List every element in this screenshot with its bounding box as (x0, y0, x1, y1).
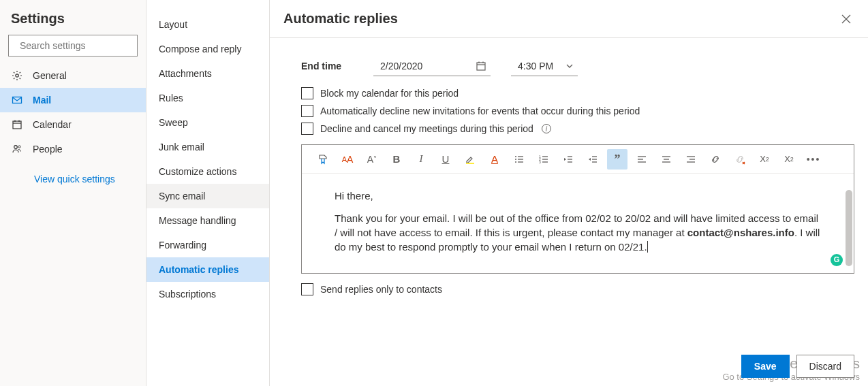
nav-label: Junk email (159, 142, 204, 152)
view-quick-settings-link[interactable]: View quick settings (0, 161, 146, 184)
editor-email: contact@nshares.info (687, 227, 794, 238)
category-mail[interactable]: Mail (0, 88, 146, 112)
number-list-button[interactable]: 123 (533, 149, 554, 170)
nav-forwarding[interactable]: Forwarding (146, 233, 269, 257)
save-button-label: Save (754, 361, 777, 372)
subscript-button[interactable]: X2 (779, 149, 799, 170)
nav-subscriptions[interactable]: Subscriptions (146, 282, 269, 306)
svg-rect-16 (466, 163, 474, 164)
people-icon (11, 144, 23, 155)
decline-new-checkbox[interactable] (301, 105, 313, 117)
nav-attachments[interactable]: Attachments (146, 61, 269, 86)
discard-button-label: Discard (809, 361, 841, 372)
italic-button[interactable]: I (411, 149, 431, 170)
gear-icon (11, 70, 23, 81)
svg-point-18 (515, 159, 516, 160)
highlight-button[interactable] (460, 149, 480, 170)
end-time-label: End time (301, 61, 353, 71)
nav-junk-email[interactable]: Junk email (146, 135, 269, 159)
align-center-button[interactable] (656, 149, 677, 170)
nav-label: Automatic replies (159, 264, 238, 275)
nav-customize-actions[interactable]: Customize actions (146, 159, 269, 184)
category-general[interactable]: General (0, 63, 146, 88)
settings-sidebar: Settings General Mail (0, 0, 146, 386)
category-people[interactable]: People (0, 137, 146, 161)
align-right-button[interactable] (681, 149, 701, 170)
search-settings-box[interactable] (8, 35, 138, 57)
font-color-button[interactable]: A (484, 149, 505, 170)
nav-label: Sweep (159, 117, 188, 128)
main-panel: Automatic replies End time 2/20/2020 4:3… (270, 0, 868, 386)
nav-label: Message handling (159, 215, 236, 226)
underline-button[interactable]: U (435, 149, 456, 170)
link-button[interactable] (705, 149, 726, 170)
save-button[interactable]: Save (741, 355, 790, 378)
category-calendar-label: Calendar (33, 119, 72, 130)
font-size-down-button[interactable]: A˅ (362, 149, 382, 170)
mail-icon (11, 95, 23, 106)
nav-label: Compose and reply (159, 44, 241, 54)
nav-message-handling[interactable]: Message handling (146, 208, 269, 233)
block-calendar-label: Block my calendar for this period (320, 88, 459, 99)
indent-button[interactable] (583, 149, 603, 170)
svg-point-9 (18, 146, 20, 148)
calendar-icon (11, 119, 23, 130)
nav-label: Subscriptions (159, 289, 216, 300)
nav-label: Attachments (159, 68, 212, 79)
superscript-button[interactable]: X2 (754, 149, 775, 170)
svg-point-2 (16, 74, 18, 77)
svg-rect-4 (13, 121, 21, 129)
svg-rect-12 (477, 63, 485, 70)
grammarly-icon[interactable] (831, 254, 843, 266)
close-button[interactable] (838, 11, 854, 27)
reply-editor: AA A˅ B I U A 123 ” X (301, 144, 854, 274)
nav-label: Layout (159, 19, 187, 30)
nav-rules[interactable]: Rules (146, 86, 269, 110)
svg-point-19 (515, 161, 516, 163)
chevron-down-icon (565, 62, 574, 70)
decline-cancel-checkbox[interactable] (301, 123, 313, 135)
font-size-up-button[interactable]: AA (337, 149, 358, 170)
outdent-button[interactable] (558, 149, 578, 170)
format-painter-button[interactable] (313, 149, 333, 170)
mail-settings-list: Layout Compose and reply Attachments Rul… (146, 0, 270, 386)
nav-automatic-replies[interactable]: Automatic replies (146, 257, 269, 282)
quote-button[interactable]: ” (607, 149, 627, 170)
svg-point-17 (515, 156, 516, 157)
end-time-value: 4:30 PM (518, 61, 553, 71)
unlink-button[interactable] (730, 149, 750, 170)
editor-paragraph: Thank you for your email. I will be out … (335, 211, 821, 254)
align-left-button[interactable] (632, 149, 652, 170)
page-title: Automatic replies (283, 11, 398, 27)
block-calendar-checkbox[interactable] (301, 87, 313, 99)
nav-label: Sync email (159, 191, 205, 202)
nav-layout[interactable]: Layout (146, 12, 269, 37)
reply-editor-textarea[interactable]: Hi there, Thank you for your email. I wi… (302, 174, 854, 273)
discard-button[interactable]: Discard (796, 355, 854, 378)
end-date-value: 2/20/2020 (380, 61, 422, 71)
category-mail-label: Mail (33, 95, 51, 106)
send-only-contacts-label: Send replies only to contacts (320, 284, 442, 295)
nav-sync-email[interactable]: Sync email (146, 184, 269, 208)
more-options-button[interactable]: ••• (803, 149, 824, 170)
end-date-input[interactable]: 2/20/2020 (373, 56, 491, 76)
editor-scrollbar[interactable] (846, 190, 852, 266)
nav-label: Customize actions (159, 166, 236, 177)
svg-text:3: 3 (539, 160, 541, 164)
info-icon[interactable]: i (542, 124, 551, 133)
end-time-input[interactable]: 4:30 PM (511, 56, 578, 76)
category-calendar[interactable]: Calendar (0, 112, 146, 137)
nav-compose-reply[interactable]: Compose and reply (146, 37, 269, 61)
send-only-contacts-checkbox[interactable] (301, 283, 313, 295)
search-settings-input[interactable] (20, 40, 139, 51)
bold-button[interactable]: B (386, 149, 407, 170)
nav-label: Rules (159, 93, 183, 103)
settings-title: Settings (0, 8, 146, 35)
editor-greeting: Hi there, (335, 189, 821, 203)
decline-new-label: Automatically decline new invitations fo… (320, 106, 640, 116)
nav-label: Forwarding (159, 240, 206, 251)
bullet-list-button[interactable] (509, 149, 529, 170)
decline-cancel-label: Decline and cancel my meetings during th… (320, 123, 533, 134)
svg-point-8 (14, 146, 18, 149)
nav-sweep[interactable]: Sweep (146, 110, 269, 135)
